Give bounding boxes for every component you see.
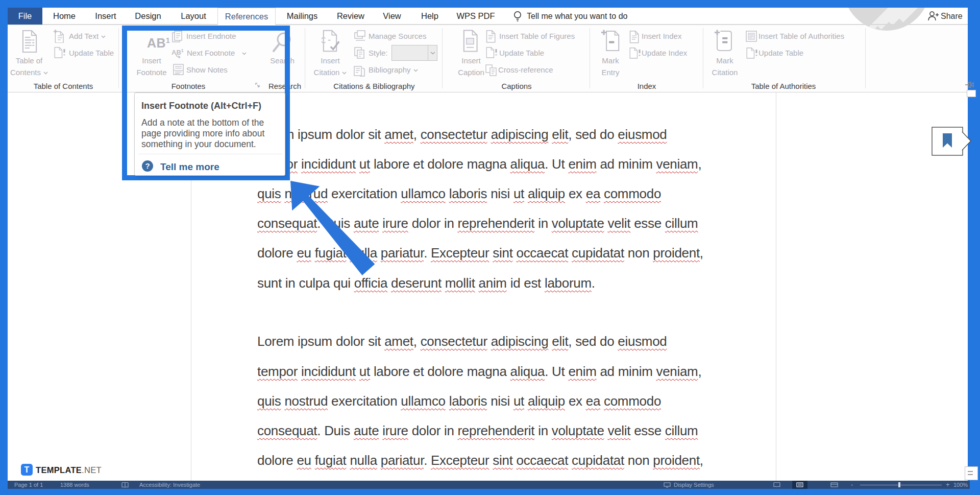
- document-text: dolore: [257, 453, 297, 468]
- captions-update-table-button[interactable]: Update Table: [499, 49, 544, 57]
- insert-caption-button[interactable]: Insert: [454, 57, 488, 65]
- document-text: [377, 453, 381, 468]
- mark-citation-button[interactable]: Mark: [708, 57, 742, 65]
- captions-group-label: Captions: [491, 82, 542, 90]
- document-text: non: [624, 245, 653, 261]
- misspelled-word: reprehenderit: [457, 216, 534, 231]
- document-text: ,: [698, 156, 701, 172]
- tell-me-search[interactable]: Tell me what you want to do: [527, 8, 627, 25]
- cross-reference-button[interactable]: Cross-reference: [498, 66, 553, 74]
- document-text: [487, 127, 491, 142]
- update-table-button[interactable]: Update Table: [69, 49, 114, 57]
- frame-left: [0, 0, 8, 495]
- zoom-level[interactable]: 100%: [953, 481, 968, 488]
- zoom-slider-track[interactable]: [860, 485, 942, 485]
- group-separator: [305, 28, 305, 88]
- misspelled-word: veniam: [656, 364, 698, 379]
- help-question-icon: ?: [142, 160, 153, 172]
- document-text: . Ut: [545, 156, 568, 172]
- insert-citation-button2[interactable]: Citation: [306, 68, 354, 77]
- zoom-out-button[interactable]: -: [851, 481, 853, 488]
- misspelled-word: Excepteur: [431, 453, 489, 468]
- insert-table-of-figures-button[interactable]: Insert Table of Figures: [499, 32, 575, 40]
- misspelled-word: cillum: [665, 423, 698, 438]
- mark-entry-button[interactable]: Mark: [594, 57, 627, 65]
- misspelled-word: velit: [608, 423, 631, 438]
- share-button[interactable]: Share: [941, 8, 963, 25]
- toc-button-label2[interactable]: Contents: [1, 68, 57, 77]
- misspelled-word: commodo: [604, 393, 661, 409]
- status-display-settings[interactable]: Display Settings: [674, 481, 714, 488]
- templatenet-logo: T TEMPLATE.NET: [21, 464, 133, 477]
- insert-caption-button2[interactable]: Caption: [454, 68, 488, 77]
- style-dropdown[interactable]: [391, 45, 437, 61]
- web-layout-icon[interactable]: [830, 482, 838, 487]
- mark-entry-button2[interactable]: Entry: [594, 68, 627, 77]
- document-text: [604, 423, 608, 438]
- document-text: [446, 393, 449, 409]
- misspelled-word: ut: [513, 393, 524, 409]
- bookmark-callout: [930, 125, 973, 158]
- misspelled-word: pariatur: [381, 453, 424, 468]
- manage-sources-button[interactable]: Manage Sources: [369, 32, 426, 40]
- print-layout-button[interactable]: [792, 481, 807, 489]
- share-person-icon: [927, 10, 939, 21]
- document-text: ex: [565, 186, 586, 201]
- status-accessibility[interactable]: Accessibility: Investigate: [139, 481, 200, 488]
- zoom-in-button[interactable]: +: [946, 481, 950, 488]
- toc-button-label[interactable]: Table of: [12, 57, 46, 65]
- insert-index-button[interactable]: Insert Index: [642, 32, 681, 40]
- captions-update-table-icon: [485, 47, 499, 59]
- bibliography-icon: [354, 65, 366, 78]
- document-text: .: [592, 275, 595, 291]
- misspelled-word: occaecat: [517, 245, 569, 261]
- misspelled-word: aliquip: [528, 186, 565, 201]
- style-icon: [354, 47, 367, 60]
- misspelled-word: aliquip: [528, 393, 565, 409]
- proofing-icon[interactable]: [121, 482, 129, 488]
- document-text: ,: [413, 334, 421, 349]
- document-text: [524, 186, 528, 201]
- scrollbar-top-box[interactable]: [967, 90, 976, 97]
- misspelled-word: consectetur: [421, 334, 487, 349]
- document-text: [487, 334, 491, 349]
- misspelled-word: elit: [552, 127, 568, 142]
- misspelled-word: aliqua: [510, 156, 545, 172]
- group-separator: [118, 28, 119, 88]
- update-index-button[interactable]: Update Index: [642, 49, 687, 57]
- mark-citation-button2[interactable]: Citation: [708, 68, 742, 77]
- insert-index-icon: [629, 31, 641, 43]
- table-of-contents-icon: [21, 30, 38, 53]
- add-text-icon: [54, 30, 66, 43]
- misspelled-word: elit: [552, 334, 568, 349]
- collapse-ribbon-pin-icon[interactable]: [964, 80, 974, 90]
- misspelled-word: sint: [493, 453, 512, 468]
- misspelled-word: ullamco: [401, 186, 446, 201]
- misspelled-word: eiusmod: [618, 127, 667, 142]
- tell-me-more-link[interactable]: Tell me more: [160, 161, 219, 173]
- document-text: [513, 245, 517, 261]
- misspelled-word: ut: [359, 364, 370, 379]
- update-index-icon: [629, 48, 642, 60]
- zoom-slider-knob[interactable]: [898, 482, 900, 487]
- bibliography-button[interactable]: Bibliography: [369, 66, 418, 74]
- insert-citation-button[interactable]: Insert: [313, 57, 347, 65]
- misspelled-word: ut: [513, 186, 524, 201]
- status-bar: Page 1 of 1 1388 words Accessibility: In…: [8, 481, 970, 489]
- authorities-update-table-button[interactable]: Update Table: [758, 49, 803, 57]
- scrollbar-bottom-box[interactable]: [965, 466, 978, 480]
- document-text: [513, 453, 517, 468]
- document-text-line: consequat. Duis aute irure dolor in repr…: [257, 424, 698, 437]
- add-text-button[interactable]: Add Text: [69, 32, 106, 40]
- document-text: ,: [700, 245, 703, 261]
- misspelled-word: adipiscing: [491, 334, 549, 349]
- document-text: ,: [413, 127, 421, 142]
- misspelled-word: amet: [384, 334, 413, 349]
- status-word-count[interactable]: 1388 words: [60, 481, 89, 488]
- read-mode-icon[interactable]: [773, 482, 781, 487]
- tab-file[interactable]: File: [8, 8, 42, 25]
- insert-table-of-authorities-button[interactable]: Insert Table of Authorities: [758, 32, 844, 40]
- misspelled-word: ea: [586, 393, 600, 409]
- status-page-indicator[interactable]: Page 1 of 1: [14, 481, 43, 488]
- document-text: . Duis: [317, 423, 354, 438]
